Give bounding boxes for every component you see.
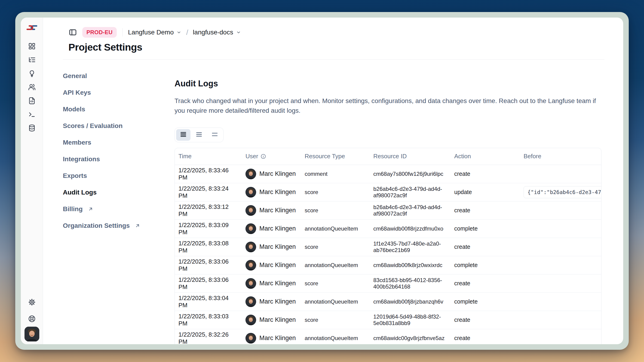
- user-avatar[interactable]: [24, 327, 39, 342]
- table-row: 1/22/2025, 8:33:09 PM Marc Klingen annot…: [175, 219, 601, 238]
- audit-table-body: 1/22/2025, 8:33:46 PM Marc Klingen comme…: [175, 165, 601, 344]
- rail-nav-bottom: [28, 299, 36, 323]
- settings-nav-item-audit-logs[interactable]: Audit Logs: [63, 184, 174, 201]
- column-header-time: Time: [175, 153, 242, 160]
- settings-nav-item-members[interactable]: Members: [63, 134, 174, 151]
- cell-resource-type: score: [301, 278, 370, 289]
- cell-before: [520, 263, 601, 267]
- settings-nav-item-api-keys[interactable]: API Keys: [63, 84, 174, 101]
- list-tree-icon: [28, 56, 36, 64]
- row-height-toggle-group: [174, 127, 224, 142]
- user-name: Marc Klingen: [259, 189, 296, 196]
- cell-user: Marc Klingen: [242, 258, 301, 272]
- table-row: 1/22/2025, 8:33:46 PM Marc Klingen comme…: [175, 165, 601, 183]
- user-avatar-small: [246, 333, 256, 344]
- audit-table-header: TimeUserResource TypeResource IDActionBe…: [175, 148, 601, 165]
- sidebar-toggle-button[interactable]: [68, 28, 77, 37]
- settings-gear-icon: [28, 298, 36, 307]
- user-avatar-small: [246, 260, 256, 271]
- cell-user: Marc Klingen: [242, 313, 301, 327]
- cell-before: [520, 209, 601, 212]
- section-description: Track who changed what in your project a…: [174, 96, 602, 115]
- user-name: Marc Klingen: [259, 298, 296, 305]
- row-height-small-button[interactable]: [208, 129, 222, 141]
- cell-before: {"id":"b26ab4c6-d2e3-479d-a: [520, 184, 601, 200]
- cell-time: 1/22/2025, 8:33:24 PM: [175, 183, 242, 201]
- dashboard-icon: [28, 42, 36, 51]
- cell-before: [520, 336, 601, 340]
- cell-resource-type: comment: [301, 169, 370, 179]
- cell-time: 1/22/2025, 8:33:06 PM: [175, 275, 242, 293]
- user-avatar-small: [246, 187, 256, 198]
- table-row: 1/22/2025, 8:33:03 PM Marc Klingen score…: [175, 311, 601, 329]
- cell-before: [520, 172, 601, 176]
- nav-item-label: Integrations: [63, 155, 100, 163]
- settings-nav-item-exports[interactable]: Exports: [63, 167, 174, 184]
- users-icon: [28, 83, 36, 92]
- cell-time: 1/22/2025, 8:32:26 PM: [175, 329, 242, 344]
- nav-item-label: API Keys: [63, 89, 91, 96]
- app-window: PROD-EU Langfuse Demo / langfuse-docs Pr…: [15, 12, 629, 350]
- cell-before: [520, 318, 601, 322]
- dashboard-nav-button[interactable]: [28, 42, 36, 50]
- file-code-icon: [28, 97, 36, 105]
- nav-item-label: Billing: [63, 205, 83, 213]
- cell-time: 1/22/2025, 8:33:04 PM: [175, 293, 242, 311]
- cell-resource-id: cm68awidc00gv8rjzfbnve5az: [370, 333, 450, 343]
- audit-table: TimeUserResource TypeResource IDActionBe…: [174, 148, 602, 344]
- cell-time: 1/22/2025, 8:33:12 PM: [175, 201, 242, 219]
- cell-user: Marc Klingen: [242, 222, 301, 236]
- cell-action: create: [450, 242, 520, 252]
- settings-nav: GeneralAPI KeysModelsScores / Evaluation…: [63, 60, 174, 344]
- user-avatar-small: [246, 223, 256, 234]
- column-header-action: Action: [450, 153, 520, 160]
- info-icon[interactable]: [260, 154, 266, 159]
- cell-before: [520, 282, 601, 285]
- cell-action: create: [450, 315, 520, 325]
- settings-nav-item-billing[interactable]: Billing: [63, 201, 174, 217]
- cell-time: 1/22/2025, 8:33:03 PM: [175, 311, 242, 329]
- settings-nav-item-organization-settings[interactable]: Organization Settings: [63, 217, 174, 234]
- cell-resource-id: cm68ay7s800fw126j9uri6lpc: [370, 169, 450, 179]
- cell-user: Marc Klingen: [242, 185, 301, 199]
- cell-resource-id: cm68awidb00fl8rjzzdfmu0xo: [370, 224, 450, 234]
- cell-resource-id: b26ab4c6-d2e3-479d-ad4d-af980072ac9f: [370, 184, 450, 201]
- cell-before: [520, 245, 601, 249]
- settings-nav-item-integrations[interactable]: Integrations: [63, 151, 174, 167]
- user-name: Marc Klingen: [259, 207, 296, 214]
- user-avatar-small: [246, 315, 256, 325]
- org-switcher[interactable]: Langfuse Demo: [128, 29, 182, 36]
- row-height-small-icon: [211, 131, 218, 139]
- cell-user: Marc Klingen: [242, 167, 301, 181]
- settings-gear-button[interactable]: [28, 299, 36, 306]
- before-json-preview: {"id":"b26ab4c6-d2e3-479d-a: [524, 186, 601, 198]
- nav-item-label: General: [63, 72, 87, 80]
- langfuse-logo[interactable]: [26, 24, 38, 32]
- settings-nav-item-models[interactable]: Models: [63, 101, 174, 118]
- cell-user: Marc Klingen: [242, 240, 301, 254]
- settings-nav-item-scores-evaluation[interactable]: Scores / Evaluation: [63, 118, 174, 134]
- database-nav-button[interactable]: [28, 124, 36, 132]
- users-nav-button[interactable]: [28, 83, 36, 91]
- cell-user: Marc Klingen: [242, 203, 301, 218]
- file-code-nav-button[interactable]: [28, 97, 36, 105]
- audit-logs-section: Audit Logs Track who changed what in you…: [174, 60, 604, 344]
- cell-action: create: [450, 333, 520, 343]
- table-row: 1/22/2025, 8:33:06 PM Marc Klingen annot…: [175, 256, 601, 274]
- settings-nav-item-general[interactable]: General: [63, 68, 174, 84]
- user-name: Marc Klingen: [259, 243, 296, 250]
- cell-resource-id: cm68awidb00fj8rjzbanzqh6v: [370, 297, 450, 307]
- list-tree-nav-button[interactable]: [28, 56, 36, 64]
- terminal-nav-button[interactable]: [28, 111, 36, 118]
- lightbulb-nav-button[interactable]: [28, 70, 36, 78]
- row-height-large-button[interactable]: [176, 129, 190, 141]
- life-buoy-button[interactable]: [28, 315, 36, 323]
- table-row: 1/22/2025, 8:33:04 PM Marc Klingen annot…: [175, 293, 601, 311]
- project-switcher[interactable]: langfuse-docs: [193, 29, 241, 36]
- cell-resource-type: annotationQueueItem: [301, 333, 370, 343]
- row-height-medium-button[interactable]: [192, 129, 206, 141]
- org-name: Langfuse Demo: [128, 29, 174, 36]
- lightbulb-icon: [28, 69, 36, 78]
- divider: [122, 28, 122, 36]
- user-name: Marc Klingen: [259, 335, 296, 342]
